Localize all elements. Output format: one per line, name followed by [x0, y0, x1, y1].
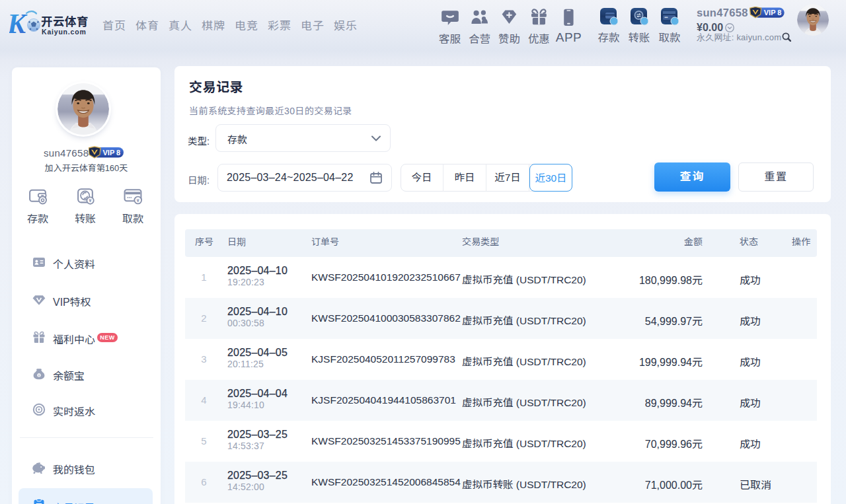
- svg-text:VIP 8: VIP 8: [103, 149, 121, 157]
- svg-text:¥: ¥: [136, 198, 139, 203]
- svg-text:K: K: [9, 9, 28, 37]
- svg-text:VIP 8: VIP 8: [764, 9, 781, 17]
- svg-text:¥: ¥: [89, 198, 92, 203]
